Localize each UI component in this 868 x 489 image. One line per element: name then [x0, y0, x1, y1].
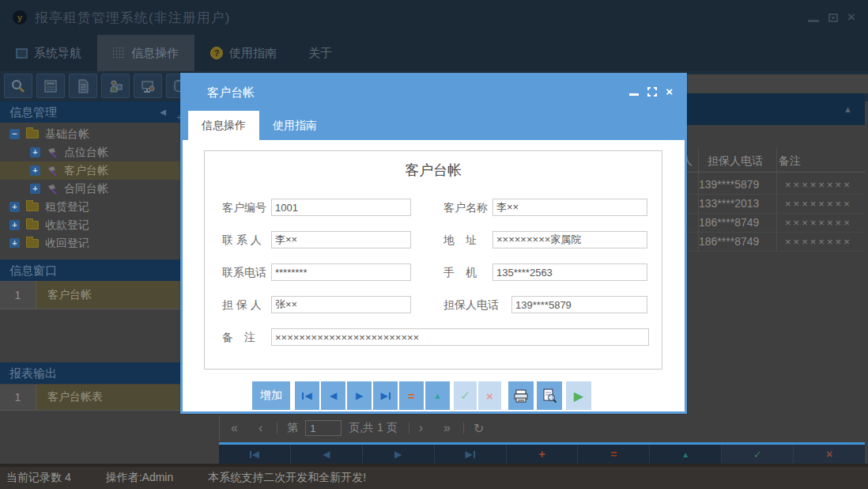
document-button[interactable] — [69, 74, 97, 98]
form-button[interactable] — [36, 74, 65, 98]
restore-icon[interactable] — [828, 13, 838, 22]
menu-item-info-operation[interactable]: 信息操作 — [97, 35, 194, 71]
cancel-record-button[interactable]: × — [478, 381, 501, 410]
menu-label: 使用指南 — [229, 46, 277, 61]
dialog-tab-user-guide[interactable]: 使用指南 — [259, 111, 330, 140]
collapse-panel-icon[interactable]: ▲ — [843, 104, 852, 114]
close-icon[interactable]: × — [847, 12, 855, 23]
dialog-maximize-icon[interactable] — [647, 87, 657, 97]
search-button[interactable] — [4, 74, 32, 98]
dialog-title: 客户台帐 — [207, 85, 255, 100]
tool-icon — [47, 147, 58, 158]
expand-node-icon[interactable]: + — [30, 147, 40, 157]
collapse-node-icon[interactable]: − — [9, 129, 20, 139]
grid-prev-record-button[interactable]: ◀ — [291, 445, 363, 464]
status-bar: 当前记录数 4 操作者:Admin 本系统支持二次开发和全新开发! — [0, 467, 868, 489]
remark-input[interactable] — [271, 328, 649, 346]
sidebar-reports-header: 报表输出 — [0, 362, 180, 384]
tree-item-base-ledger[interactable]: − 基础台帐 — [0, 125, 180, 143]
menu-item-system-nav[interactable]: 系统导航 — [0, 35, 97, 71]
menu-bar: 系统导航 信息操作 ? 使用指南 关于 — [0, 35, 868, 71]
edit-record-button[interactable]: ▲ — [425, 381, 450, 410]
next-page-button[interactable]: › — [419, 421, 423, 435]
grid-delete-record-button[interactable]: = — [578, 445, 650, 464]
refresh-icon[interactable]: ↻ — [474, 421, 484, 436]
address-input[interactable] — [492, 231, 647, 248]
menu-item-about[interactable]: 关于 — [292, 35, 348, 71]
dialog-tab-info-operation[interactable]: 信息操作 — [188, 111, 259, 140]
operator-label: 操作者:Admin — [106, 471, 174, 485]
add-button[interactable]: 增加 — [252, 381, 290, 410]
print-button[interactable] — [508, 381, 534, 410]
folder-icon — [26, 221, 39, 229]
tool-icon — [47, 165, 58, 176]
dialog-minimize-icon[interactable] — [629, 93, 639, 96]
grid-cancel-button[interactable]: × — [794, 445, 865, 464]
tree-item-payment-register[interactable]: + 收款登记 — [0, 216, 180, 234]
minimize-icon[interactable] — [808, 20, 819, 22]
expand-node-icon[interactable]: + — [9, 238, 20, 248]
run-button[interactable]: ▶ — [566, 381, 591, 410]
prev-record-button[interactable]: ◀ — [321, 381, 345, 410]
row-label: 客户台帐表 — [36, 385, 180, 410]
next-record-button[interactable]: ▶ — [347, 381, 372, 410]
title-bar: y 报亭租赁管理系统(非注册用户) × — [0, 0, 868, 35]
guarantor-phone-input[interactable] — [511, 296, 647, 313]
window-list-item[interactable]: 1 客户台帐 — [0, 281, 180, 309]
tree-item-customer-ledger[interactable]: + 客户台帐 — [0, 161, 180, 180]
menu-label: 信息操作 — [131, 46, 179, 61]
page-number-input[interactable] — [305, 420, 342, 436]
pagination-divider — [463, 423, 464, 434]
first-record-button[interactable]: ◀ — [295, 381, 319, 410]
first-page-button[interactable]: « — [231, 421, 238, 435]
expand-node-icon[interactable]: + — [9, 202, 20, 212]
grid-add-record-button[interactable]: + — [507, 445, 579, 464]
field-label-address: 地 址 — [443, 233, 477, 248]
grid-edit-record-button[interactable]: ▲ — [650, 445, 722, 464]
nav-tree: − 基础台帐 + 点位台帐 + 客户台帐 + 合同台帐 + 租赁登记 + 收款登… — [0, 123, 180, 248]
pagination-divider — [277, 423, 277, 434]
tree-item-return-register[interactable]: + 收回登记 — [0, 234, 180, 248]
mobile-input[interactable] — [492, 263, 647, 281]
user-icon — [108, 78, 123, 94]
customer-name-input[interactable] — [492, 199, 647, 216]
expand-node-icon[interactable]: + — [9, 220, 20, 230]
report-list-item[interactable]: 1 客户台帐表 — [0, 385, 180, 411]
customer-id-input[interactable] — [271, 199, 411, 216]
menu-label: 系统导航 — [34, 46, 81, 61]
dialog-close-icon[interactable]: × — [666, 86, 673, 97]
document-icon — [75, 78, 91, 94]
row-number: 1 — [0, 281, 36, 309]
expand-node-icon[interactable]: + — [30, 165, 40, 176]
grid-next-record-button[interactable]: ▶ — [363, 445, 435, 464]
preview-button[interactable] — [537, 381, 562, 410]
save-record-button[interactable]: ✓ — [454, 381, 477, 410]
monitor-button[interactable] — [134, 74, 162, 98]
guarantor-input[interactable] — [271, 296, 411, 313]
delete-record-button[interactable]: = — [399, 381, 424, 410]
prev-page-button[interactable]: ‹ — [259, 421, 262, 435]
user-button[interactable] — [101, 74, 130, 98]
tree-item-rental-register[interactable]: + 租赁登记 — [0, 198, 180, 216]
status-message: 本系统支持二次开发和全新开发! — [208, 471, 366, 485]
contact-input[interactable] — [271, 231, 411, 248]
grid-last-record-button[interactable]: ▶ — [435, 445, 507, 464]
menu-item-user-guide[interactable]: ? 使用指南 — [194, 35, 292, 71]
expand-node-icon[interactable]: + — [30, 184, 40, 194]
field-label-guarantor-phone: 担保人电话 — [443, 298, 499, 313]
dialog-button-bar: 增加 ◀ ◀ ▶ ▶ = ▲ ✓ × ▶ — [183, 381, 685, 410]
field-label-guarantor: 担 保 人 — [222, 298, 262, 313]
help-icon: ? — [210, 47, 223, 59]
grid-first-record-button[interactable]: ◀ — [219, 445, 291, 464]
last-page-button[interactable]: » — [443, 421, 451, 435]
grid-confirm-button[interactable]: ✓ — [722, 445, 794, 464]
sidebar-windows-title: 信息窗口 — [9, 263, 57, 277]
last-record-button[interactable]: ▶ — [373, 381, 398, 410]
table-cell: ×××××××× — [785, 179, 852, 191]
folder-icon — [26, 203, 39, 211]
contact-phone-input[interactable] — [271, 263, 411, 281]
tree-item-point-ledger[interactable]: + 点位台帐 — [0, 143, 180, 161]
tree-item-contract-ledger[interactable]: + 合同台帐 — [0, 180, 180, 198]
collapse-left-icon[interactable]: ◀ — [160, 101, 166, 123]
preview-icon — [542, 388, 557, 404]
